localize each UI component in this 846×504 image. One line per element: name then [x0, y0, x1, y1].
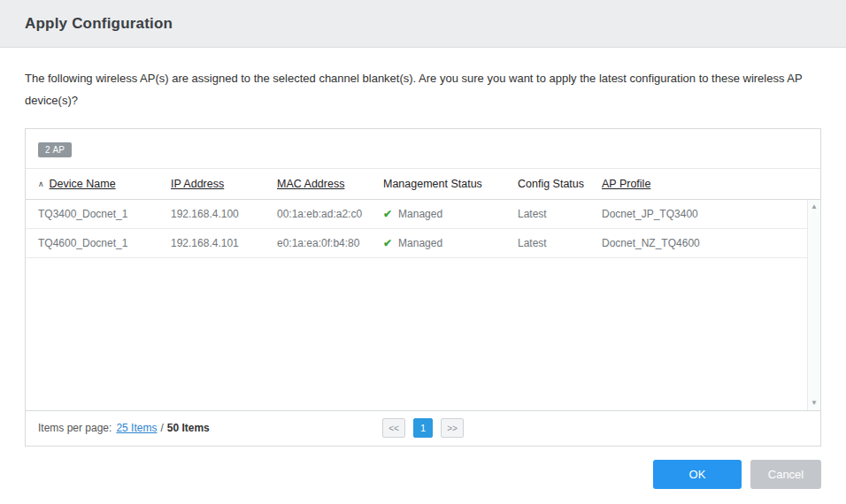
ap-table-panel: 2 AP ∧Device Name IP Address MAC Address… — [25, 128, 821, 447]
badge-row: 2 AP — [26, 129, 820, 168]
cell-mac-address: e0:1a:ea:0f:b4:80 — [277, 237, 383, 249]
dialog-header: Apply Configuration — [0, 0, 846, 48]
scroll-up-icon[interactable]: ▲ — [808, 202, 820, 211]
column-header-label: AP Profile — [602, 178, 650, 190]
managed-check-icon: ✔ — [383, 237, 392, 249]
cell-config-status: Latest — [518, 208, 602, 220]
table-body: TQ3400_Docnet_1 192.168.4.100 00:1a:eb:a… — [26, 200, 820, 410]
management-status-label: Managed — [398, 237, 442, 249]
scroll-down-icon[interactable]: ▼ — [808, 399, 820, 408]
table-header-row: ∧Device Name IP Address MAC Address Mana… — [26, 168, 820, 200]
first-page-button[interactable]: << — [382, 418, 405, 438]
pagination: << 1 >> — [382, 418, 464, 438]
column-header-label: Config Status — [518, 178, 584, 190]
column-header-ip-address[interactable]: IP Address — [171, 178, 277, 190]
column-header-label: MAC Address — [277, 178, 344, 190]
column-header-label: IP Address — [171, 178, 224, 190]
table-row[interactable]: TQ3400_Docnet_1 192.168.4.100 00:1a:eb:a… — [26, 200, 820, 229]
ap-count-badge: 2 AP — [38, 142, 72, 157]
cell-device-name: TQ3400_Docnet_1 — [38, 208, 171, 220]
sort-asc-icon: ∧ — [38, 179, 44, 188]
cell-management-status: ✔Managed — [383, 237, 518, 249]
column-header-config-status: Config Status — [518, 178, 602, 190]
confirmation-message: The following wireless AP(s) are assigne… — [0, 48, 827, 128]
table-footer: Items per page:25 Items/50 Items << 1 >> — [26, 410, 820, 446]
items-per-page-label: Items per page: — [38, 422, 112, 434]
column-header-label: Management Status — [383, 178, 482, 190]
column-header-device-name[interactable]: ∧Device Name — [38, 178, 171, 190]
cell-ip-address: 192.168.4.100 — [171, 208, 277, 220]
column-header-label: Device Name — [50, 178, 116, 190]
table-row[interactable]: TQ4600_Docnet_1 192.168.4.101 e0:1a:ea:0… — [26, 229, 820, 258]
items-per-page-link[interactable]: 25 Items — [116, 422, 157, 434]
ok-button[interactable]: OK — [653, 460, 742, 489]
items-separator: / — [160, 422, 163, 434]
cell-device-name: TQ4600_Docnet_1 — [38, 237, 171, 249]
cell-ip-address: 192.168.4.101 — [171, 237, 277, 249]
cell-ap-profile: Docnet_JP_TQ3400 — [602, 208, 820, 220]
dialog-actions: OK Cancel — [653, 460, 821, 489]
column-header-ap-profile[interactable]: AP Profile — [602, 178, 820, 190]
apply-configuration-dialog: Apply Configuration The following wirele… — [0, 0, 846, 447]
column-header-mac-address[interactable]: MAC Address — [277, 178, 383, 190]
page-title: Apply Configuration — [25, 15, 173, 33]
management-status-label: Managed — [398, 208, 442, 220]
cell-ap-profile: Docnet_NZ_TQ4600 — [602, 237, 820, 249]
cell-mac-address: 00:1a:eb:ad:a2:c0 — [277, 208, 383, 220]
page-1-button[interactable]: 1 — [413, 418, 433, 438]
cancel-button[interactable]: Cancel — [750, 460, 821, 489]
last-page-button[interactable]: >> — [441, 418, 464, 438]
items-per-page: Items per page:25 Items/50 Items — [38, 422, 210, 434]
total-items-label: 50 Items — [167, 422, 210, 434]
cell-management-status: ✔Managed — [383, 208, 518, 220]
cell-config-status: Latest — [518, 237, 602, 249]
managed-check-icon: ✔ — [383, 208, 392, 220]
table-scrollbar[interactable]: ▲ ▼ — [807, 200, 820, 410]
column-header-management-status: Management Status — [383, 178, 518, 190]
